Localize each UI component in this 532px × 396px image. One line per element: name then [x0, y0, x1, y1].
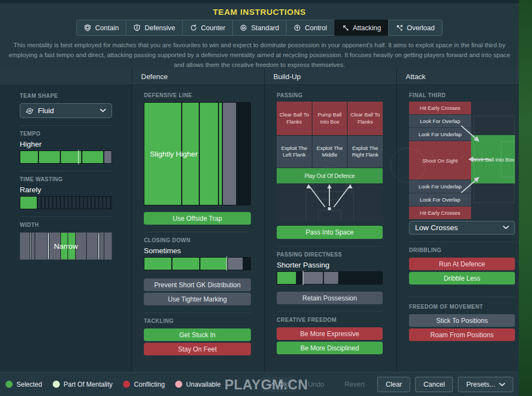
- control-circle-icon: [294, 24, 301, 31]
- revert-button[interactable]: Revert: [337, 377, 373, 392]
- legend-unavailable: Unavailable: [175, 381, 221, 388]
- zone-hit-early-crosses-bottom[interactable]: Hit Early Crosses: [409, 207, 471, 219]
- roam-from-positions-button[interactable]: Roam From Positions: [409, 328, 515, 341]
- attack-column: Attack FINAL THIRD Hit Early Crosses Loo…: [397, 69, 519, 372]
- zone-play-out-of-defence[interactable]: Play Out Of Defence: [277, 168, 383, 183]
- stick-to-positions-button[interactable]: Stick To Positions: [409, 314, 515, 327]
- tempo-value: Higher: [20, 140, 112, 148]
- stay-on-feet-button[interactable]: Stay On Feet: [144, 343, 251, 355]
- closing-down-label: CLOSING DOWN: [144, 237, 251, 243]
- zone-exploit-left-flank[interactable]: Exploit The Left Flank: [277, 136, 312, 168]
- passing-directness-value: Shorter Passing: [277, 261, 383, 269]
- tab-label: Control: [305, 24, 327, 32]
- divider: [277, 246, 383, 247]
- tackling-label: TACKLING: [144, 318, 251, 324]
- zone-exploit-middle[interactable]: Exploit The Middle: [312, 136, 348, 168]
- tab-control[interactable]: Control: [286, 20, 334, 36]
- width-slider[interactable]: Narrow: [20, 232, 112, 260]
- main-area: TEAM SHAPE Fluid TEMPO Higher TIME WASTI…: [0, 69, 519, 372]
- cancel-button[interactable]: Cancel: [415, 377, 453, 392]
- general-column: TEAM SHAPE Fluid TEMPO Higher TIME WASTI…: [0, 69, 132, 372]
- be-more-disciplined-button[interactable]: Be More Disciplined: [277, 342, 383, 354]
- own-penalty-area: [277, 184, 383, 221]
- be-more-expressive-button[interactable]: Be More Expressive: [277, 327, 383, 340]
- use-offside-trap-button[interactable]: Use Offside Trap: [144, 212, 251, 225]
- general-column-header: [0, 69, 132, 85]
- zone-exploit-right-flank[interactable]: Exploit The Right Flank: [348, 136, 383, 168]
- final-third-label: FINAL THIRD: [409, 92, 515, 98]
- dribbling-label: DRIBBLING: [409, 247, 515, 253]
- footer-bar: Selected Part Of Mentality Conflicting U…: [0, 372, 519, 396]
- width-label: WIDTH: [20, 222, 112, 228]
- prevent-short-gk-distribution-button[interactable]: Prevent Short GK Distribution: [144, 278, 251, 291]
- passing-zones-pitch: Clear Ball To Flanks Pump Ball Into Box …: [277, 102, 383, 221]
- mentality-description: This mentality is best employed for matc…: [5, 41, 513, 70]
- zone-clear-ball-to-flanks-right[interactable]: Clear Ball To Flanks: [348, 102, 383, 135]
- zone-hit-early-crosses-top[interactable]: Hit Early Crosses: [409, 102, 471, 114]
- zone-look-for-overlap-top[interactable]: Look For Overlap: [409, 115, 471, 127]
- chevron-down-icon: [503, 226, 509, 230]
- defensive-line-slider[interactable]: Slightly Higher: [144, 102, 251, 205]
- final-third-pitch: Hit Early Crosses Look For Overlap Look …: [409, 102, 515, 216]
- mentality-tabs: Contain Defensive Counter Standard Contr…: [0, 20, 519, 36]
- dribble-less-button[interactable]: Dribble Less: [409, 272, 515, 285]
- time-wasting-label: TIME WASTING: [20, 176, 112, 182]
- tab-overload[interactable]: Overload: [388, 20, 443, 36]
- tab-attacking[interactable]: Attacking: [334, 20, 389, 36]
- defensive-shield-icon: [133, 24, 141, 31]
- tab-contain[interactable]: Contain: [76, 20, 126, 36]
- tempo-slider[interactable]: [20, 150, 112, 164]
- tab-standard[interactable]: Standard: [232, 20, 287, 36]
- zone-look-for-underlap-top[interactable]: Look For Underlap: [409, 128, 471, 141]
- chevron-down-icon: [100, 109, 106, 113]
- attacking-arrow-icon: [342, 24, 349, 31]
- team-shape-dropdown[interactable]: Fluid: [20, 103, 112, 118]
- chevron-down-icon: [499, 381, 505, 388]
- creative-freedom-label: CREATIVE FREEDOM: [277, 317, 383, 323]
- legend-conflicting: Conflicting: [123, 381, 165, 388]
- zone-label: Work Ball Into Box: [472, 157, 514, 163]
- freedom-of-movement-label: FREEDOM OF MOVEMENT: [409, 304, 515, 310]
- pass-into-space-button[interactable]: Pass Into Space: [277, 226, 383, 239]
- divider: [144, 232, 251, 232]
- crosses-dropdown[interactable]: Low Crosses: [409, 221, 515, 235]
- team-instructions-screen: TEAM INSTRUCTIONS Contain Defensive Coun…: [0, 0, 532, 396]
- zone-look-for-overlap-bottom[interactable]: Look For Overlap: [409, 193, 471, 206]
- divider: [277, 311, 383, 312]
- defence-column-header: Defence: [132, 69, 264, 85]
- tempo-label: TEMPO: [20, 131, 112, 137]
- passing-directness-label: PASSING DIRECTNESS: [277, 252, 383, 258]
- legend-dot-part-of-mentality: [53, 381, 60, 388]
- page-title: TEAM INSTRUCTIONS: [0, 3, 519, 16]
- legend-dot-selected: [5, 381, 13, 388]
- closing-down-slider[interactable]: [144, 257, 251, 270]
- watermark: PLAYGM.CN: [225, 376, 308, 392]
- header: TEAM INSTRUCTIONS Contain Defensive Coun…: [0, 3, 519, 69]
- divider: [20, 125, 112, 126]
- legend-dot-conflicting: [123, 381, 130, 388]
- defence-column: Defence DEFENSIVE LINE Slightly Higher U…: [132, 69, 264, 372]
- passing-directness-slider[interactable]: [277, 271, 383, 285]
- zone-look-for-underlap-bottom[interactable]: Look For Underlap: [409, 180, 471, 193]
- closing-down-value: Sometimes: [144, 247, 251, 255]
- zone-shoot-on-sight[interactable]: Shoot On Sight: [409, 141, 471, 180]
- divider: [409, 242, 515, 242]
- tab-label: Standard: [251, 24, 279, 32]
- tab-defensive[interactable]: Defensive: [126, 20, 183, 36]
- presets-button[interactable]: Presets...: [458, 377, 513, 392]
- zone-work-ball-into-box[interactable]: Work Ball Into Box: [471, 135, 515, 183]
- clear-button[interactable]: Clear: [377, 377, 410, 392]
- crosses-value: Low Crosses: [415, 224, 458, 232]
- retain-possession-button[interactable]: Retain Possession: [277, 292, 383, 304]
- use-tighter-marking-button[interactable]: Use Tighter Marking: [144, 293, 251, 305]
- run-at-defence-button[interactable]: Run At Defence: [409, 258, 515, 270]
- tab-label: Counter: [201, 24, 225, 32]
- tab-label: Contain: [95, 24, 119, 32]
- get-stuck-in-button[interactable]: Get Stuck In: [144, 328, 251, 341]
- tab-counter[interactable]: Counter: [182, 20, 233, 36]
- zone-pump-ball-into-box[interactable]: Pump Ball Into Box: [312, 102, 348, 135]
- divider: [20, 171, 112, 171]
- zone-clear-ball-to-flanks-left[interactable]: Clear Ball To Flanks: [277, 102, 312, 135]
- team-shape-icon: [26, 107, 33, 115]
- time-wasting-slider[interactable]: [20, 196, 112, 209]
